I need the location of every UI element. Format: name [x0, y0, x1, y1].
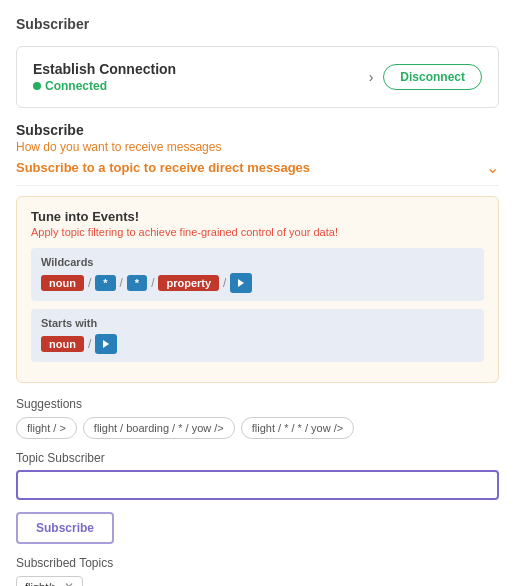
- connection-card: Establish Connection Connected › Disconn…: [16, 46, 499, 108]
- token-arrow-right-2: [95, 334, 117, 354]
- suggestion-chip-2[interactable]: flight / * / * / yow />: [241, 417, 354, 439]
- subscribe-subtitle: How do you want to receive messages: [16, 140, 499, 154]
- sep4: /: [223, 276, 226, 290]
- sep3: /: [151, 276, 154, 290]
- token-property: property: [158, 275, 219, 291]
- suggestion-chip-1[interactable]: flight / boarding / * / yow />: [83, 417, 235, 439]
- suggestion-chip-0[interactable]: flight / >: [16, 417, 77, 439]
- starts-with-section: Starts with noun /: [31, 309, 484, 362]
- tune-subtitle: Apply topic filtering to achieve fine-gr…: [31, 226, 484, 238]
- subscribe-title: Subscribe: [16, 122, 499, 138]
- arrow-right-icon-2: [101, 339, 111, 349]
- subscribe-section: Subscribe How do you want to receive mes…: [16, 122, 499, 383]
- suggestions-section: Suggestions flight / > flight / boarding…: [16, 397, 499, 439]
- topic-subscriber-section: Topic Subscriber: [16, 451, 499, 500]
- connection-title: Establish Connection: [33, 61, 176, 77]
- token-star-2: *: [127, 275, 147, 291]
- sep5: /: [88, 337, 91, 351]
- topic-subscriber-label: Topic Subscriber: [16, 451, 499, 465]
- token-noun: noun: [41, 275, 84, 291]
- chevron-down-icon: ⌄: [486, 158, 499, 177]
- connected-status: Connected: [45, 79, 107, 93]
- arrow-right-icon-1: [236, 278, 246, 288]
- tune-title: Tune into Events!: [31, 209, 484, 224]
- subscribe-button[interactable]: Subscribe: [16, 512, 114, 544]
- subscribe-header[interactable]: Subscribe to a topic to receive direct m…: [16, 158, 499, 186]
- starts-with-label: Starts with: [41, 317, 474, 329]
- suggestions-label: Suggestions: [16, 397, 499, 411]
- subscribed-topic-tag-0: flight/> ✕: [16, 576, 83, 586]
- subscribed-topic-tag-text: flight/>: [25, 581, 58, 586]
- suggestions-row: flight / > flight / boarding / * / yow /…: [16, 417, 499, 439]
- remove-topic-button[interactable]: ✕: [64, 580, 74, 586]
- subscribed-topics-label: Subscribed Topics: [16, 556, 499, 570]
- subscribed-topics-section: Subscribed Topics flight/> ✕: [16, 556, 499, 586]
- svg-marker-0: [238, 279, 244, 287]
- sep1: /: [88, 276, 91, 290]
- wildcards-token-row: noun / * / * / property /: [41, 273, 474, 293]
- connected-dot: [33, 82, 41, 90]
- wildcards-label: Wildcards: [41, 256, 474, 268]
- chevron-right-icon: ›: [369, 69, 374, 85]
- tune-card: Tune into Events! Apply topic filtering …: [16, 196, 499, 383]
- token-arrow-right-1: [230, 273, 252, 293]
- starts-with-token-row: noun /: [41, 334, 474, 354]
- subscribe-header-text: Subscribe to a topic to receive direct m…: [16, 160, 310, 175]
- connected-badge: Connected: [33, 79, 176, 93]
- topic-input[interactable]: [16, 470, 499, 500]
- page-title: Subscriber: [16, 16, 499, 32]
- disconnect-button[interactable]: Disconnect: [383, 64, 482, 90]
- token-noun-2: noun: [41, 336, 84, 352]
- token-star-1: *: [95, 275, 115, 291]
- svg-marker-1: [103, 340, 109, 348]
- sep2: /: [120, 276, 123, 290]
- wildcards-section: Wildcards noun / * / * / property /: [31, 248, 484, 301]
